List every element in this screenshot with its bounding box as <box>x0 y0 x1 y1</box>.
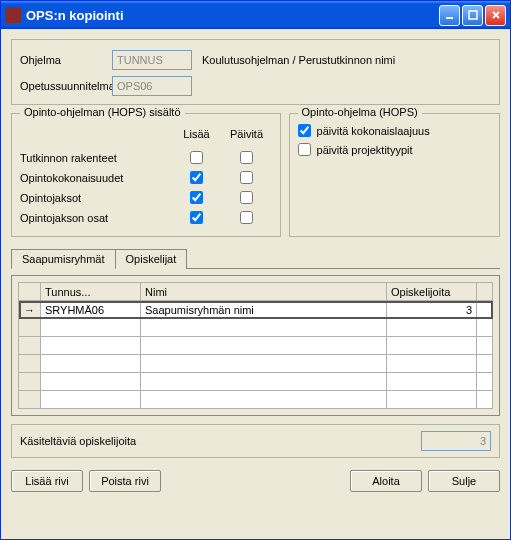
update-projecttypes-label: päivitä projektityypit <box>317 144 413 156</box>
update-checkbox[interactable] <box>240 151 253 164</box>
hops-content-group: Opinto-ohjelman (HOPS) sisältö Lisää Päi… <box>11 113 281 237</box>
hops-title: Opinto-ohjelma (HOPS) <box>298 106 422 118</box>
content-row-label: Opintokokonaisuudet <box>20 172 172 184</box>
tabs: Saapumisryhmät Opiskelijat Tunnus... Nim… <box>11 249 500 416</box>
summary-value <box>421 431 491 451</box>
content-row: Opintojaksot <box>20 188 272 208</box>
content-row-label: Opintojaksot <box>20 192 172 204</box>
update-checkbox[interactable] <box>240 191 253 204</box>
cell-nimi[interactable]: Saapumisryhmän nimi <box>141 301 387 319</box>
program-group: Ohjelma Koulutusohjelman / Perustutkinno… <box>11 39 500 105</box>
content-row-label: Tutkinnon rakenteet <box>20 152 172 164</box>
svg-rect-0 <box>446 17 453 19</box>
table-row[interactable] <box>19 319 493 337</box>
content-row: Opintokokonaisuudet <box>20 168 272 188</box>
add-checkbox[interactable] <box>190 211 203 224</box>
tab-students[interactable]: Opiskelijat <box>115 249 188 269</box>
update-scope-label: päivitä kokonaislaajuus <box>317 125 430 137</box>
add-checkbox[interactable] <box>190 171 203 184</box>
update-scope-checkbox[interactable] <box>298 124 311 137</box>
hops-group: Opinto-ohjelma (HOPS) päivitä kokonaisla… <box>289 113 500 237</box>
table-row[interactable] <box>19 355 493 373</box>
row-indicator-icon: → <box>19 301 41 319</box>
app-icon <box>5 7 21 23</box>
update-checkbox[interactable] <box>240 211 253 224</box>
ops-input[interactable] <box>112 76 192 96</box>
table-row[interactable]: →SRYHMÄ06Saapumisryhmän nimi3 <box>19 301 493 319</box>
grid-col-tunnus[interactable]: Tunnus... <box>41 283 141 301</box>
close-button[interactable] <box>485 5 506 26</box>
ohjelma-input[interactable] <box>112 50 192 70</box>
tab-arrival-groups[interactable]: Saapumisryhmät <box>11 249 116 269</box>
ops-label: Opetussuunnitelma <box>20 80 112 92</box>
table-row[interactable] <box>19 373 493 391</box>
summary-group: Käsiteltäviä opiskelijoita <box>11 424 500 458</box>
content-row: Tutkinnon rakenteet <box>20 148 272 168</box>
col-add-header: Lisää <box>172 128 222 140</box>
data-grid[interactable]: Tunnus... Nimi Opiskelijoita →SRYHMÄ06Sa… <box>18 282 493 409</box>
content-row: Opintojakson osat <box>20 208 272 228</box>
minimize-button[interactable] <box>439 5 460 26</box>
hops-content-title: Opinto-ohjelman (HOPS) sisältö <box>20 106 185 118</box>
ohjelma-label: Ohjelma <box>20 54 112 66</box>
add-row-button[interactable]: Lisää rivi <box>11 470 83 492</box>
add-checkbox[interactable] <box>190 151 203 164</box>
start-button[interactable]: Aloita <box>350 470 422 492</box>
ohjelma-desc: Koulutusohjelman / Perustutkinnon nimi <box>202 54 395 66</box>
cell-tunnus[interactable]: SRYHMÄ06 <box>41 301 141 319</box>
window-title: OPS:n kopiointi <box>26 8 437 23</box>
cell-opisk[interactable]: 3 <box>387 301 477 319</box>
add-checkbox[interactable] <box>190 191 203 204</box>
maximize-button[interactable] <box>462 5 483 26</box>
window: OPS:n kopiointi Ohjelma Koulutusohjelman… <box>0 0 511 540</box>
summary-label: Käsiteltäviä opiskelijoita <box>20 435 136 447</box>
svg-rect-1 <box>469 11 477 19</box>
grid-container: Tunnus... Nimi Opiskelijoita →SRYHMÄ06Sa… <box>11 275 500 416</box>
grid-col-opisk[interactable]: Opiskelijoita <box>387 283 477 301</box>
table-row[interactable] <box>19 391 493 409</box>
table-row[interactable] <box>19 337 493 355</box>
grid-col-nimi[interactable]: Nimi <box>141 283 387 301</box>
close-dialog-button[interactable]: Sulje <box>428 470 500 492</box>
update-checkbox[interactable] <box>240 171 253 184</box>
update-projecttypes-checkbox[interactable] <box>298 143 311 156</box>
titlebar: OPS:n kopiointi <box>1 1 510 29</box>
delete-row-button[interactable]: Poista rivi <box>89 470 161 492</box>
content-row-label: Opintojakson osat <box>20 212 172 224</box>
col-update-header: Päivitä <box>222 128 272 140</box>
